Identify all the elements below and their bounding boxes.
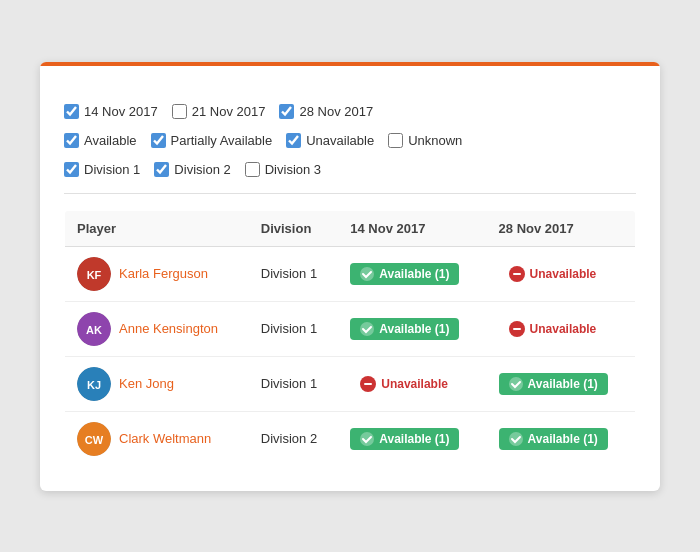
check-circle-icon bbox=[360, 322, 374, 336]
table-row: KJKen JongDivision 1UnavailableAvailable… bbox=[65, 356, 636, 411]
availability-checkboxes: AvailablePartially AvailableUnavailableU… bbox=[64, 133, 636, 148]
minus-circle-icon bbox=[509, 321, 525, 337]
player-division-0: Division 1 bbox=[249, 246, 338, 301]
player-division-3: Division 2 bbox=[249, 411, 338, 466]
avail-input-3[interactable] bbox=[388, 133, 403, 148]
player-division-1: Division 1 bbox=[249, 301, 338, 356]
avatar: KF bbox=[77, 257, 111, 291]
availability-badge-2-0: Unavailable bbox=[350, 372, 458, 396]
badge-text: Available (1) bbox=[528, 377, 598, 391]
svg-text:KJ: KJ bbox=[87, 379, 101, 391]
avail-label-1: Partially Available bbox=[171, 133, 273, 148]
player-cell-2: KJKen Jong bbox=[65, 356, 249, 411]
avail-checkbox-3[interactable]: Unknown bbox=[388, 133, 462, 148]
availability-badge-0-1: Unavailable bbox=[499, 262, 607, 286]
date-checkbox-2[interactable]: 28 Nov 2017 bbox=[279, 104, 373, 119]
date-input-0[interactable] bbox=[64, 104, 79, 119]
availability-badge-1-1: Unavailable bbox=[499, 317, 607, 341]
col-header-1: Division bbox=[249, 210, 338, 246]
availability-card: 14 Nov 201721 Nov 201728 Nov 2017 Availa… bbox=[40, 62, 660, 491]
avail-input-1[interactable] bbox=[151, 133, 166, 148]
avail-checkbox-0[interactable]: Available bbox=[64, 133, 137, 148]
date-checkbox-0[interactable]: 14 Nov 2017 bbox=[64, 104, 158, 119]
avatar: AK bbox=[77, 312, 111, 346]
player-cell-3: CWClark Weltmann bbox=[65, 411, 249, 466]
division-label-1: Division 2 bbox=[174, 162, 230, 177]
division-checkbox-1[interactable]: Division 2 bbox=[154, 162, 230, 177]
availability-badge-3-1: Available (1) bbox=[499, 428, 608, 450]
svg-text:CW: CW bbox=[85, 434, 104, 446]
player-name-0[interactable]: Karla Ferguson bbox=[119, 266, 208, 281]
avail-label-2: Unavailable bbox=[306, 133, 374, 148]
date-input-1[interactable] bbox=[172, 104, 187, 119]
division-input-1[interactable] bbox=[154, 162, 169, 177]
divisions-section: Division 1Division 2Division 3 bbox=[64, 162, 636, 177]
svg-rect-13 bbox=[364, 383, 372, 385]
minus-circle-icon bbox=[360, 376, 376, 392]
avail-checkbox-2[interactable]: Unavailable bbox=[286, 133, 374, 148]
svg-text:KF: KF bbox=[87, 269, 102, 281]
division-checkboxes: Division 1Division 2Division 3 bbox=[64, 162, 636, 177]
player-division-2: Division 1 bbox=[249, 356, 338, 411]
availability-cell-3-1: Available (1) bbox=[487, 411, 636, 466]
availability-section: AvailablePartially AvailableUnavailableU… bbox=[64, 133, 636, 148]
avail-input-0[interactable] bbox=[64, 133, 79, 148]
availability-cell-0-0: Available (1) bbox=[338, 246, 486, 301]
badge-text: Available (1) bbox=[379, 432, 449, 446]
avail-label-3: Unknown bbox=[408, 133, 462, 148]
division-input-0[interactable] bbox=[64, 162, 79, 177]
check-circle-icon bbox=[360, 267, 374, 281]
badge-text: Unavailable bbox=[530, 322, 597, 336]
svg-text:AK: AK bbox=[86, 324, 102, 336]
check-circle-icon bbox=[509, 432, 523, 446]
player-name-1[interactable]: Anne Kensington bbox=[119, 321, 218, 336]
card-body: 14 Nov 201721 Nov 201728 Nov 2017 Availa… bbox=[40, 66, 660, 491]
table-row: AKAnne KensingtonDivision 1Available (1)… bbox=[65, 301, 636, 356]
table-body: KFKarla FergusonDivision 1Available (1)U… bbox=[65, 246, 636, 466]
availability-cell-2-1: Available (1) bbox=[487, 356, 636, 411]
badge-text: Available (1) bbox=[379, 267, 449, 281]
player-name-2[interactable]: Ken Jong bbox=[119, 376, 174, 391]
table-row: CWClark WeltmannDivision 2Available (1)A… bbox=[65, 411, 636, 466]
division-checkbox-0[interactable]: Division 1 bbox=[64, 162, 140, 177]
availability-cell-3-0: Available (1) bbox=[338, 411, 486, 466]
availability-badge-1-0: Available (1) bbox=[350, 318, 459, 340]
svg-rect-9 bbox=[513, 328, 521, 330]
date-input-2[interactable] bbox=[279, 104, 294, 119]
svg-rect-4 bbox=[513, 273, 521, 275]
date-label-0: 14 Nov 2017 bbox=[84, 104, 158, 119]
section-divider bbox=[64, 193, 636, 194]
check-circle-icon bbox=[509, 377, 523, 391]
availability-badge-3-0: Available (1) bbox=[350, 428, 459, 450]
dates-checkboxes: 14 Nov 201721 Nov 201728 Nov 2017 bbox=[64, 104, 636, 119]
division-label-2: Division 3 bbox=[265, 162, 321, 177]
division-label-0: Division 1 bbox=[84, 162, 140, 177]
table-header-row: PlayerDivision14 Nov 201728 Nov 2017 bbox=[65, 210, 636, 246]
avail-input-2[interactable] bbox=[286, 133, 301, 148]
col-header-2: 14 Nov 2017 bbox=[338, 210, 486, 246]
availability-cell-2-0: Unavailable bbox=[338, 356, 486, 411]
date-label-2: 28 Nov 2017 bbox=[299, 104, 373, 119]
division-checkbox-2[interactable]: Division 3 bbox=[245, 162, 321, 177]
players-table: PlayerDivision14 Nov 201728 Nov 2017 KFK… bbox=[64, 210, 636, 467]
availability-cell-0-1: Unavailable bbox=[487, 246, 636, 301]
table-row: KFKarla FergusonDivision 1Available (1)U… bbox=[65, 246, 636, 301]
col-header-0: Player bbox=[65, 210, 249, 246]
avatar: KJ bbox=[77, 367, 111, 401]
date-checkbox-1[interactable]: 21 Nov 2017 bbox=[172, 104, 266, 119]
division-input-2[interactable] bbox=[245, 162, 260, 177]
avail-label-0: Available bbox=[84, 133, 137, 148]
badge-text: Unavailable bbox=[530, 267, 597, 281]
availability-cell-1-1: Unavailable bbox=[487, 301, 636, 356]
avail-checkbox-1[interactable]: Partially Available bbox=[151, 133, 273, 148]
player-cell-0: KFKarla Ferguson bbox=[65, 246, 249, 301]
player-name-3[interactable]: Clark Weltmann bbox=[119, 431, 211, 446]
col-header-3: 28 Nov 2017 bbox=[487, 210, 636, 246]
dates-section: 14 Nov 201721 Nov 201728 Nov 2017 bbox=[64, 104, 636, 119]
check-circle-icon bbox=[360, 432, 374, 446]
date-label-1: 21 Nov 2017 bbox=[192, 104, 266, 119]
availability-badge-0-0: Available (1) bbox=[350, 263, 459, 285]
badge-text: Available (1) bbox=[528, 432, 598, 446]
table-header: PlayerDivision14 Nov 201728 Nov 2017 bbox=[65, 210, 636, 246]
availability-cell-1-0: Available (1) bbox=[338, 301, 486, 356]
